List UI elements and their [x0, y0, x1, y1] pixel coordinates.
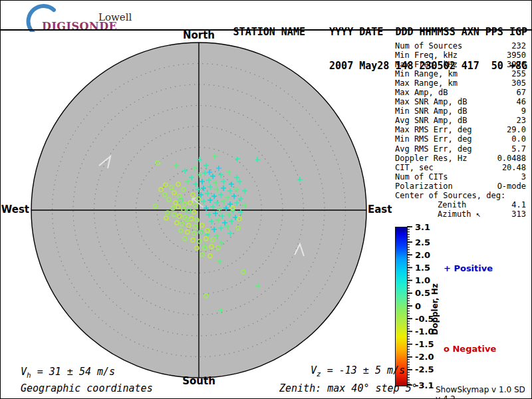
stat-row: PolarizationO-mode — [395, 182, 526, 191]
stat-label: Num of Sources — [395, 41, 462, 51]
stat-row: Min RMS Err, deg0.0 — [395, 134, 526, 144]
stat-value: 67 — [517, 88, 526, 97]
stat-row: Zenith4.1 — [395, 200, 526, 209]
stat-value: 0.0488 — [497, 154, 526, 163]
stat-value: 4.1 — [511, 200, 526, 209]
stat-value: 46 — [517, 97, 526, 106]
stat-value: 20.48 — [502, 163, 526, 172]
stat-row: Min SNR Amp, dB9 — [395, 106, 526, 116]
colorbar-tick-label: -1.5 — [415, 339, 434, 349]
doppler-colorbar — [395, 227, 408, 386]
stat-row: Num of CITs3 — [395, 172, 526, 182]
horizontal-velocity-text: Vh = 31 ± 54 m/s — [21, 366, 115, 380]
stat-label: Zenith — [395, 200, 466, 209]
skymap-window: Lowell DIGISONDE STATION NAMEYYYY DATEDD… — [0, 0, 532, 399]
stat-row: Min Range, km255 — [395, 69, 526, 78]
stat-row: Avg RMS Err, deg5.7 — [395, 144, 526, 154]
stat-label: Center of Sources, deg: — [395, 191, 505, 200]
colorbar-tick-label: 0 — [415, 301, 421, 311]
vertical-velocity-text: Vz = -13 ± 5 m/s — [311, 364, 405, 378]
coordinate-system-text: Geographic coordinates — [21, 382, 153, 394]
zenith-scale-text: Zenith: max 40° step 5° — [279, 382, 418, 394]
colorbar-tick-label: 1.5 — [415, 263, 430, 273]
stat-label: Polarization — [395, 182, 453, 191]
stat-row: CIT, sec20.48 — [395, 163, 526, 172]
stat-label: Min Range, km — [395, 69, 458, 78]
stat-value: 9 — [521, 106, 526, 116]
stat-label: CIT, sec — [395, 163, 434, 172]
stat-value: 5.7 — [511, 144, 526, 154]
stat-value: O-mode — [497, 182, 526, 191]
stat-label: Min SNR Amp, dB — [395, 106, 467, 116]
stat-value: 23 — [517, 116, 526, 125]
measurement-stats-panel: Num of Sources232Min Freq, kHz3950Max Fr… — [395, 41, 526, 219]
colorbar-tick-label: 0.5 — [415, 288, 430, 298]
stat-label: Min Freq, kHz — [395, 51, 458, 60]
stat-row: Center of Sources, deg: — [395, 191, 526, 200]
stat-label: Max Range, km — [395, 78, 458, 88]
colorbar-tick-label: 2.5 — [415, 237, 430, 247]
stat-row: Max RMS Err, deg29.0 — [395, 125, 526, 134]
colorbar-tick-label: 2.0 — [415, 250, 430, 260]
stat-value: 3970 — [507, 60, 526, 69]
stat-row: Max Amp, dB67 — [395, 88, 526, 97]
stat-row: Azimuth ↖313 — [395, 209, 526, 219]
stat-label: Avg RMS Err, deg — [395, 144, 472, 154]
stat-label: Max Amp, dB — [395, 88, 448, 97]
stat-label: Avg SNR Amp, dB — [395, 116, 467, 125]
stat-value: 232 — [511, 41, 526, 51]
stat-row: Num of Sources232 — [395, 41, 526, 51]
stat-label: Doppler Res, Hz — [395, 154, 467, 163]
compass-west-label: West — [1, 205, 29, 215]
stat-label: Min RMS Err, deg — [395, 134, 472, 144]
positive-doppler-legend: + Positive — [444, 263, 493, 273]
stat-row: Max Range, km305 — [395, 78, 526, 88]
compass-north-label: North — [172, 31, 225, 41]
stat-value: 255 — [511, 69, 526, 78]
stat-row: Max Freq, kHz3970 — [395, 60, 526, 69]
colorbar-tick-label: 3.1 — [415, 222, 430, 232]
stat-value: 3 — [521, 172, 526, 182]
stat-label: Max SNR Amp, dB — [395, 97, 467, 106]
stat-row: Avg SNR Amp, dB23 — [395, 116, 526, 125]
stat-row: Doppler Res, Hz0.0488 — [395, 154, 526, 163]
stat-row: Min Freq, kHz3950 — [395, 51, 526, 60]
stat-value: 0.0 — [511, 134, 526, 144]
stat-value: 305 — [511, 78, 526, 88]
stat-label: Num of CITs — [395, 172, 448, 182]
stat-label: Max Freq, kHz — [395, 60, 458, 69]
negative-doppler-legend: o Negative — [444, 344, 496, 354]
stat-label: Azimuth ↖ — [395, 209, 481, 219]
colorbar-tick-label: 1.0 — [415, 275, 430, 285]
colorbar-tick-label: -2.5 — [415, 364, 434, 374]
colorbar-tick-label: -2.0 — [415, 352, 434, 362]
stat-value: 3950 — [507, 51, 526, 60]
colorbar-tick-label: -3.1 — [415, 380, 434, 390]
stat-row: Max SNR Amp, dB46 — [395, 97, 526, 106]
stat-label: Max RMS Err, deg — [395, 125, 472, 134]
colorbar-axis-title: Doppler, Hz — [430, 282, 440, 336]
stat-value: 313 — [511, 209, 526, 219]
stat-value: 29.0 — [507, 125, 526, 134]
compass-south-label: South — [172, 376, 225, 386]
software-version-text: ShowSkymap v 1.0 SD v 4.2 — [436, 385, 531, 399]
